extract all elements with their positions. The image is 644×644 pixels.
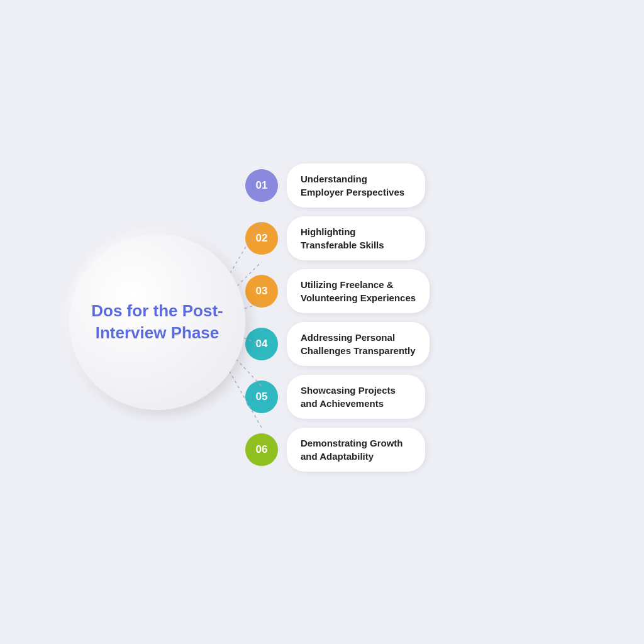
item-label-03: Utilizing Freelance &Volunteering Experi… xyxy=(287,269,430,313)
item-label-02: HighlightingTransferable Skills xyxy=(287,216,425,260)
list-item: 01 UnderstandingEmployer Perspectives xyxy=(245,164,430,208)
list-item: 05 Showcasing Projectsand Achievements xyxy=(245,375,430,419)
item-number-01: 01 xyxy=(245,169,278,202)
item-number-04: 04 xyxy=(245,328,278,360)
center-circle: Dos for the Post- Interview Phase xyxy=(69,234,245,410)
items-area: 01 UnderstandingEmployer Perspectives 02… xyxy=(245,164,430,480)
item-number-02: 02 xyxy=(245,222,278,255)
main-container: .dotted-line { stroke: #aaaacc; stroke-w… xyxy=(0,0,644,644)
item-label-04: Addressing PersonalChallenges Transparen… xyxy=(287,322,430,366)
item-label-05: Showcasing Projectsand Achievements xyxy=(287,375,425,419)
item-number-06: 06 xyxy=(245,433,278,466)
list-item: 04 Addressing PersonalChallenges Transpa… xyxy=(245,322,430,366)
center-label: Dos for the Post- Interview Phase xyxy=(79,287,235,357)
item-label-06: Demonstrating Growthand Adaptability xyxy=(287,428,425,472)
item-number-05: 05 xyxy=(245,380,278,413)
list-item: 06 Demonstrating Growthand Adaptability xyxy=(245,428,430,472)
list-item: 03 Utilizing Freelance &Volunteering Exp… xyxy=(245,269,430,313)
item-number-03: 03 xyxy=(245,275,278,308)
list-item: 02 HighlightingTransferable Skills xyxy=(245,216,430,260)
item-label-01: UnderstandingEmployer Perspectives xyxy=(287,164,425,208)
